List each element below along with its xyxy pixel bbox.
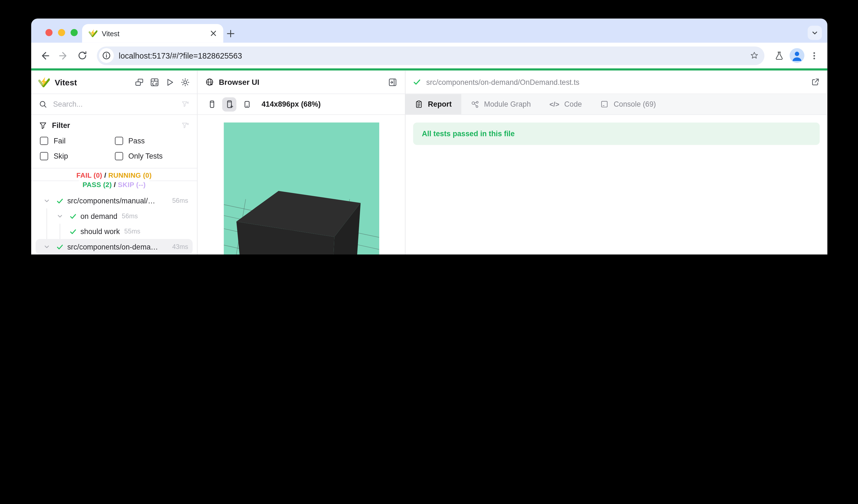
pass-check-icon xyxy=(53,239,66,254)
preview-header: Browser UI xyxy=(197,70,405,94)
clear-search-filter-icon[interactable] xyxy=(181,100,189,108)
traffic-lights xyxy=(45,29,78,36)
pass-check-icon xyxy=(66,208,80,224)
close-window-button[interactable] xyxy=(45,29,52,36)
filter-header: Filter xyxy=(39,121,189,130)
page-accent-bar xyxy=(31,68,827,70)
windows-cascade-icon[interactable] xyxy=(134,77,144,87)
summary-line-2: PASS (2) / SKIP (--) xyxy=(79,180,149,190)
search-icon xyxy=(39,100,47,108)
device-tablet-button[interactable] xyxy=(240,97,254,111)
open-external-icon[interactable] xyxy=(811,78,820,86)
console-icon xyxy=(600,100,609,108)
chevron-down-icon[interactable] xyxy=(53,208,66,224)
indent-guide xyxy=(46,224,47,239)
summary-line-1: FAIL (0) / RUNNING (0) xyxy=(73,171,156,181)
checkbox-icon[interactable] xyxy=(40,152,48,160)
chevron-down-icon[interactable] xyxy=(40,193,53,208)
chevron-down-icon[interactable] xyxy=(40,239,53,254)
checkbox-icon[interactable] xyxy=(40,137,48,145)
filter-checkbox-pass[interactable]: Pass xyxy=(115,137,189,145)
tab-module-graph[interactable]: Module Graph xyxy=(461,94,540,114)
tab-code[interactable]: </> Code xyxy=(540,94,591,114)
back-icon[interactable] xyxy=(37,47,53,64)
dashboard-icon[interactable] xyxy=(150,77,159,87)
indent-guide xyxy=(46,208,47,224)
bookmark-star-icon[interactable] xyxy=(746,48,762,63)
results-tabs: Report Module Graph </> Code Console (69… xyxy=(406,94,827,115)
threejs-scene xyxy=(224,123,379,255)
preview-body xyxy=(197,115,405,255)
search-input[interactable] xyxy=(52,99,176,109)
clear-filter-icon[interactable] xyxy=(181,121,189,130)
forward-icon[interactable] xyxy=(55,47,72,64)
app-title: Vitest xyxy=(55,77,77,87)
tree-row-file[interactable]: src/components/manual/… 56ms xyxy=(36,193,193,208)
run-all-play-icon[interactable] xyxy=(165,77,175,87)
minimize-window-button[interactable] xyxy=(58,29,65,36)
test-tree: src/components/manual/… 56ms on demand 5… xyxy=(31,190,197,255)
screen: Vitest xyxy=(0,0,858,255)
results-panel: src/components/on-demand/OnDemand.test.t… xyxy=(406,70,827,255)
tab-console[interactable]: Console (69) xyxy=(591,94,665,114)
new-tab-button[interactable] xyxy=(221,24,240,43)
browser-tab[interactable]: Vitest xyxy=(82,24,223,43)
tab-title: Vitest xyxy=(102,29,206,37)
filter-title: Filter xyxy=(52,121,70,130)
vitest-ui: Vitest xyxy=(31,70,827,255)
theme-sun-icon[interactable] xyxy=(180,77,190,87)
device-toolbar: 414x896px (68%) xyxy=(197,94,405,115)
browser-menu-icon[interactable] xyxy=(810,51,819,60)
reload-icon[interactable] xyxy=(74,47,90,64)
toolbar-right xyxy=(771,48,822,63)
results-header: src/components/on-demand/OnDemand.test.t… xyxy=(406,70,827,94)
filter-section: Filter Fail Pass Skip Only Tests xyxy=(31,115,197,168)
all-tests-passed-banner: All tests passed in this file xyxy=(413,123,820,145)
tree-row-test[interactable]: should work 55ms xyxy=(36,224,193,239)
device-phone-small-button[interactable] xyxy=(205,97,219,111)
tab-search-chevron-button[interactable] xyxy=(808,26,822,40)
sidebar-header: Vitest xyxy=(31,70,197,94)
filter-checkbox-skip[interactable]: Skip xyxy=(40,152,115,160)
tab-strip: Vitest xyxy=(31,18,827,43)
checkbox-icon[interactable] xyxy=(115,152,123,160)
device-phone-plus-button[interactable] xyxy=(222,97,236,111)
clipboard-icon xyxy=(415,100,423,108)
funnel-icon xyxy=(39,121,47,130)
pass-check-icon xyxy=(413,78,421,86)
tree-row-file-selected[interactable]: src/components/on-dema… 43ms xyxy=(36,239,193,254)
tab-close-icon[interactable] xyxy=(210,30,217,37)
tested-app-canvas[interactable] xyxy=(224,123,379,255)
sidebar: Vitest xyxy=(31,70,197,255)
experiments-flask-icon[interactable] xyxy=(774,51,784,61)
pass-check-icon xyxy=(53,193,66,208)
checkbox-icon[interactable] xyxy=(115,137,123,145)
test-file-path: src/components/on-demand/OnDemand.test.t… xyxy=(426,78,806,86)
dock-panel-right-icon[interactable] xyxy=(388,77,397,87)
vitest-logo-icon xyxy=(38,76,50,88)
pass-check-icon xyxy=(66,224,80,239)
zoom-window-button[interactable] xyxy=(70,29,78,36)
browser-toolbar: localhost:5173/#/?file=1828625563 xyxy=(31,43,827,68)
profile-avatar[interactable] xyxy=(790,48,804,63)
vitest-favicon xyxy=(89,29,98,38)
preview-title: Browser UI xyxy=(219,78,383,86)
sidebar-toolbar xyxy=(134,77,190,87)
tab-report[interactable]: Report xyxy=(406,94,461,114)
tree-row-suite[interactable]: on demand 56ms xyxy=(36,208,193,224)
viewport-size-label: 414x896px (68%) xyxy=(261,100,321,108)
filter-checkbox-only-tests[interactable]: Only Tests xyxy=(115,152,189,160)
site-info-icon[interactable] xyxy=(99,48,114,63)
globe-icon xyxy=(205,78,214,86)
search-row xyxy=(31,94,197,115)
browser-preview-panel: Browser UI 414x896px (68%) xyxy=(197,70,406,255)
indent-guide xyxy=(60,224,60,239)
url-bar[interactable]: localhost:5173/#/?file=1828625563 xyxy=(97,46,764,65)
code-icon: </> xyxy=(550,100,559,108)
url-text[interactable]: localhost:5173/#/?file=1828625563 xyxy=(119,51,742,60)
filter-checkbox-fail[interactable]: Fail xyxy=(40,137,115,145)
module-graph-icon xyxy=(470,100,479,109)
browser-window: Vitest xyxy=(31,18,827,255)
test-summary: FAIL (0) / RUNNING (0) PASS (2) / SKIP (… xyxy=(31,168,197,190)
filter-options: Fail Pass Skip Only Tests xyxy=(39,137,189,160)
